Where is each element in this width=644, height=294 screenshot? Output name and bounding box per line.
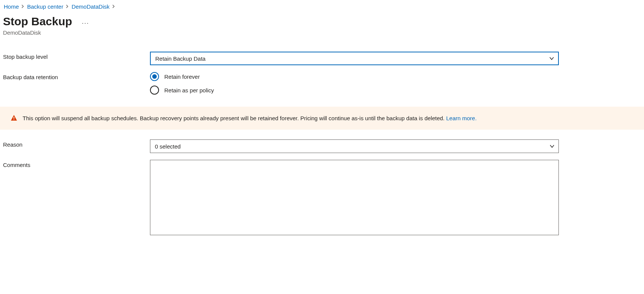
- chevron-right-icon: [112, 3, 116, 10]
- page-title: Stop Backup: [3, 15, 72, 28]
- info-text: This option will suspend all backup sche…: [23, 114, 477, 122]
- svg-rect-1: [14, 119, 14, 120]
- retention-retain-policy[interactable]: Retain as per policy: [150, 86, 559, 95]
- chevron-right-icon: [21, 3, 25, 10]
- reason-value: 0 selected: [155, 143, 181, 150]
- radio-icon: [150, 86, 159, 95]
- radio-icon: [150, 72, 159, 81]
- retention-label: Backup data retention: [3, 72, 150, 80]
- warning-icon: [11, 115, 17, 121]
- learn-more-link[interactable]: Learn more.: [446, 115, 477, 121]
- stop-backup-form: Stop backup level Retain Backup Data Bac…: [3, 52, 641, 236]
- comments-label: Comments: [3, 160, 150, 168]
- page-subtitle: DemoDataDisk: [3, 29, 641, 36]
- retention-radio-group: Retain forever Retain as per policy: [150, 72, 559, 95]
- page-header: Stop Backup ···: [3, 15, 641, 28]
- chevron-down-icon: [549, 144, 555, 149]
- chevron-down-icon: [549, 56, 554, 61]
- more-actions-button[interactable]: ···: [82, 16, 89, 27]
- breadcrumb-backup-center[interactable]: Backup center: [27, 3, 63, 10]
- reason-select[interactable]: 0 selected: [150, 139, 559, 153]
- comments-textarea[interactable]: [150, 160, 559, 235]
- info-warning-bar: This option will suspend all backup sche…: [0, 107, 644, 130]
- stop-backup-level-label: Stop backup level: [3, 52, 150, 60]
- reason-label: Reason: [3, 139, 150, 148]
- radio-label: Retain as per policy: [164, 87, 214, 93]
- radio-label: Retain forever: [164, 74, 200, 80]
- chevron-right-icon: [66, 3, 69, 10]
- retention-retain-forever[interactable]: Retain forever: [150, 72, 559, 81]
- breadcrumb-home[interactable]: Home: [4, 3, 19, 10]
- breadcrumb-demodatadisk[interactable]: DemoDataDisk: [72, 3, 110, 10]
- stop-backup-level-select[interactable]: Retain Backup Data: [150, 52, 559, 65]
- stop-backup-level-value: Retain Backup Data: [155, 55, 205, 62]
- breadcrumb: Home Backup center DemoDataDisk: [3, 3, 641, 10]
- svg-rect-0: [14, 117, 14, 119]
